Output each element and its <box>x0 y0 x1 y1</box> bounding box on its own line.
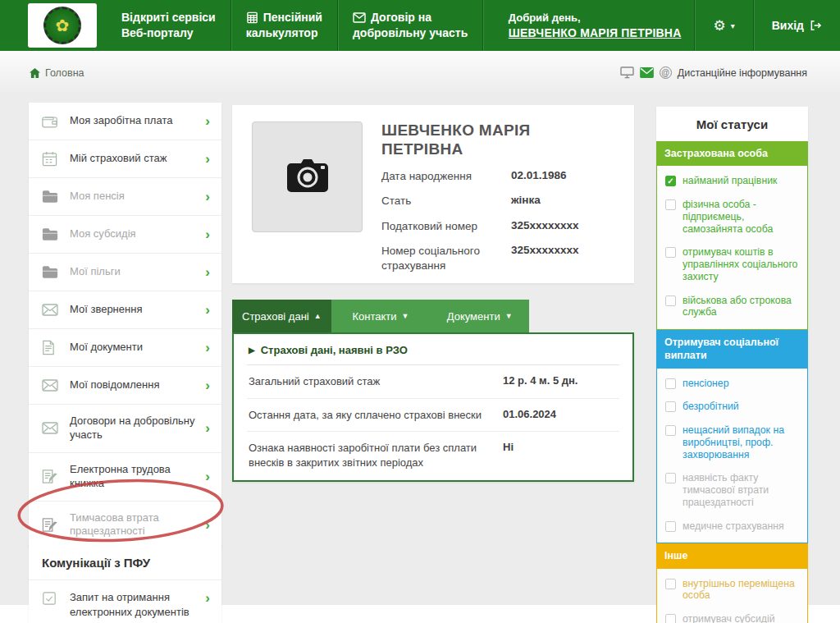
breadcrumb-row: Головна @ Дистанційне інформування <box>0 51 840 94</box>
status-checkbox[interactable] <box>665 473 676 483</box>
sidebar-item[interactable]: Договори на добровільну участь › <box>29 405 221 453</box>
sidebar-item-label: Мої пільги <box>70 265 195 279</box>
status-item-label: внутрішньо переміщена особа <box>682 578 799 602</box>
tab-label: Документи <box>447 310 500 323</box>
sidebar-item-label: Мої звернення <box>70 303 195 317</box>
sidebar-item[interactable]: Мої звернення › <box>29 291 221 329</box>
status-item-label: наявність факту тимчасової втрати працез… <box>682 472 799 508</box>
profile-field-label: Стать <box>381 194 511 208</box>
sidebar-item[interactable]: Електронна трудова книжка › <box>29 453 221 502</box>
sidebar-item[interactable]: Мій страховий стаж › <box>29 140 221 178</box>
tab-документи[interactable]: Документи ▼ <box>430 300 529 332</box>
tab-label: Контакти <box>353 310 397 323</box>
remote-informing-label: Дистанційне інформування <box>678 67 807 79</box>
status-item-label: медичне страхування <box>682 520 784 533</box>
insurance-row: Ознака наявності заробітної плати без сп… <box>247 432 619 479</box>
chevron-right-icon: › <box>205 114 210 128</box>
at-icon[interactable]: @ <box>660 66 672 79</box>
insurance-data-panel: ▶ Страхові дані, наявні в РЗО Загальний … <box>232 332 634 482</box>
sidebar-item-label: Договори на добровільну участь <box>70 415 195 442</box>
profile-field-label: Податковий номер <box>381 219 511 234</box>
triangle-right-icon: ▶ <box>249 346 255 355</box>
camera-icon <box>286 158 329 196</box>
status-group-header: Отримувач соціальної виплати <box>656 330 808 369</box>
chevron-right-icon: › <box>205 303 210 317</box>
settings-menu-button[interactable]: ⚙ ▾ <box>695 0 752 51</box>
status-checkbox[interactable] <box>665 425 676 436</box>
sidebar-item-label: Моя субсидія <box>70 227 195 241</box>
pfu-emblem-icon: ✿ <box>43 7 81 44</box>
tab-label: Страхові дані <box>242 310 309 323</box>
sidebar-item[interactable]: Моя заробітна плата › <box>29 103 221 140</box>
sidebar-item[interactable]: Мої документи › <box>29 329 221 367</box>
logout-button[interactable]: Вихід <box>754 0 840 51</box>
sidebar-item[interactable]: Моя субсидія › <box>29 216 221 254</box>
nav-pension-calculator[interactable]: Пенсійний калькулятор <box>231 0 337 51</box>
chevron-right-icon: › <box>205 265 210 279</box>
status-item: отримувач субсидій <box>657 607 807 623</box>
pfu-logo[interactable]: ✿ <box>28 3 97 48</box>
breadcrumb-home[interactable]: Головна <box>30 67 84 79</box>
user-name-link[interactable]: ШЕВЧЕНКО МАРІЯ ПЕТРІВНА <box>509 26 682 39</box>
profile-name: ШЕВЧЕНКО МАРІЯ ПЕТРІВНА <box>381 121 616 159</box>
profile-field-value: жінка <box>511 194 541 206</box>
insurance-row-label: Загальний страховий стаж <box>249 374 495 389</box>
sidebar-item[interactable]: Моя пенсія › <box>29 178 221 216</box>
profile-card: ШЕВЧЕНКО МАРІЯ ПЕТРІВНА Дата народження … <box>232 105 634 283</box>
status-item-label: нещасний випадок на виробництві, проф. з… <box>682 424 799 460</box>
pfu-portal-page: ✿ Відкриті сервіси Веб-порталу Пенсійний… <box>0 0 840 623</box>
insurance-row-value: 01.06.2024 <box>495 408 556 420</box>
sidebar-item[interactable]: Мої повідомлення › <box>29 367 221 405</box>
status-checkbox[interactable] <box>665 295 676 306</box>
sidebar-item-label: Мій страховий стаж <box>70 152 195 166</box>
status-group: Інше внутрішньо переміщена особа отримув… <box>656 543 808 623</box>
nav-voluntary-contract[interactable]: Договір на добровільну участь <box>338 0 482 51</box>
sidebar-item-label: Моя пенсія <box>70 190 195 204</box>
insurance-panel-title: Страхові дані, наявні в РЗО <box>261 344 408 356</box>
logout-icon <box>810 20 822 31</box>
status-group: Застрахована особа ✓ найманий працівник … <box>656 141 808 330</box>
status-checkbox[interactable] <box>665 401 676 412</box>
insurance-row-label: Остання дата, за яку сплачено страхові в… <box>249 408 495 423</box>
insurance-row: Остання дата, за яку сплачено страхові в… <box>247 399 619 433</box>
status-item: пенсіонер <box>657 372 807 396</box>
status-checkbox[interactable] <box>665 199 676 210</box>
sidebar-item-label: Тимчасова втрата працездатності <box>70 511 195 539</box>
envelope-icon <box>353 12 366 23</box>
doc-check-icon <box>42 591 60 606</box>
home-icon <box>30 68 40 78</box>
nav-open-services[interactable]: Відкриті сервіси Веб-порталу <box>107 0 231 51</box>
sidebar-item-label: Електронна трудова книжка <box>70 463 195 491</box>
tab-контакти[interactable]: Контакти ▼ <box>331 300 431 332</box>
profile-field: Дата народження 02.01.1986 <box>381 169 616 184</box>
monitor-icon[interactable] <box>620 66 634 79</box>
chevron-right-icon: › <box>205 152 210 166</box>
status-item: медичне страхування <box>657 515 807 538</box>
status-checkbox[interactable] <box>665 378 676 389</box>
sidebar-item[interactable]: Тимчасова втрата працездатності › <box>29 502 221 549</box>
profile-tabs: Страхові дані ▲ Контакти ▼ Документи ▼ <box>232 300 529 332</box>
status-checkbox[interactable]: ✓ <box>665 176 676 186</box>
sidebar-item[interactable]: Мої пільги › <box>29 254 221 291</box>
status-item: нещасний випадок на виробництві, проф. з… <box>657 419 807 466</box>
status-item-label: отримувач субсидій <box>682 613 775 623</box>
insurance-row-value: 12 р. 4 м. 5 дн. <box>495 374 578 387</box>
status-checkbox[interactable] <box>665 614 676 623</box>
comms-item[interactable]: Запит на отримання електронних документі… <box>29 580 221 623</box>
tab-страхові-дані[interactable]: Страхові дані ▲ <box>232 300 331 332</box>
insurance-panel-header[interactable]: ▶ Страхові дані, наявні в РЗО <box>247 334 619 365</box>
nav-open-services-line2: Веб-порталу <box>121 25 216 41</box>
status-item: наявність факту тимчасової втрати працез… <box>657 466 807 514</box>
status-item-label: пенсіонер <box>682 378 728 390</box>
status-checkbox[interactable] <box>665 247 676 258</box>
photo-placeholder <box>252 121 363 232</box>
chevron-right-icon: › <box>205 421 210 435</box>
status-item: ✓ найманий працівник <box>657 169 807 193</box>
status-checkbox[interactable] <box>665 579 676 589</box>
mail-icon[interactable] <box>640 67 654 78</box>
chevron-right-icon: › <box>205 518 210 532</box>
status-item: безробітний <box>657 395 807 419</box>
top-header: ✿ Відкриті сервіси Веб-порталу Пенсійний… <box>0 0 840 51</box>
status-checkbox[interactable] <box>665 521 676 532</box>
chevron-right-icon: › <box>205 341 210 355</box>
